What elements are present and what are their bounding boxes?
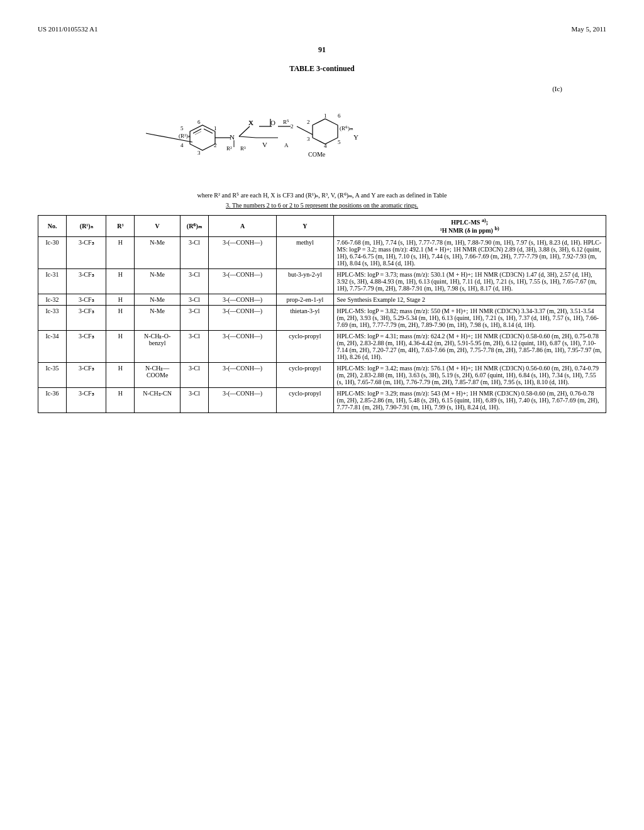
- cell-no: Ic-32: [38, 294, 67, 305]
- svg-text:A: A: [284, 142, 289, 148]
- patent-number: US 2011/0105532 A1: [38, 25, 98, 33]
- svg-text:6: 6: [197, 119, 201, 125]
- cell-a: 3-(—CONH—): [208, 236, 276, 268]
- cell-hplc: HPLC-MS: logP = 4.31; mass (m/z): 624.2 …: [333, 330, 606, 362]
- svg-text:(R⁶)ₘ: (R⁶)ₘ: [340, 125, 353, 131]
- date: May 5, 2011: [571, 25, 606, 33]
- cell-r1: 3-CF₃: [67, 268, 106, 294]
- structure-diagram: (R¹)ₙ 5 4 6 1 2 3 N R² R³ X O: [44, 94, 600, 175]
- svg-text:R²: R²: [226, 145, 232, 152]
- svg-text:4: 4: [324, 143, 327, 149]
- cell-a: 3-(—CONH—): [208, 268, 276, 294]
- cell-hplc: See Synthesis Example 12, Stage 2: [333, 294, 606, 305]
- svg-text:R³: R³: [240, 145, 246, 152]
- svg-text:COMe: COMe: [308, 151, 326, 158]
- table-row: Ic-363-CF₃HN-CH₂-CN3-Cl3-(—CONH—)cyclo-p…: [38, 387, 606, 412]
- col-header-r1: (R¹)ₙ: [67, 216, 106, 237]
- cell-y: cyclo-propyl: [277, 387, 333, 412]
- cell-v: N-Me: [135, 294, 180, 305]
- cell-r3: H: [106, 387, 135, 412]
- cell-y: cyclo-propyl: [277, 362, 333, 387]
- cell-r1: 3-CF₃: [67, 330, 106, 362]
- svg-marker-28: [313, 119, 338, 144]
- cell-r6: 3-Cl: [180, 387, 208, 412]
- cell-r3: H: [106, 362, 135, 387]
- cell-r6: 3-Cl: [180, 305, 208, 330]
- svg-text:1: 1: [324, 113, 327, 119]
- svg-text:6: 6: [338, 113, 341, 119]
- svg-text:2: 2: [291, 123, 294, 130]
- svg-text:2: 2: [214, 142, 217, 148]
- svg-text:V: V: [262, 141, 267, 148]
- col-header-a: A: [208, 216, 276, 237]
- table-row: Ic-343-CF₃HN-CH₂-O-benzyl3-Cl3-(—CONH—)c…: [38, 330, 606, 362]
- cell-hplc: HPLC-MS: logP = 3.73; mass (m/z): 530.1 …: [333, 268, 606, 294]
- page-header: US 2011/0105532 A1 May 5, 2011: [38, 25, 606, 33]
- col-header-r3: R³: [106, 216, 135, 237]
- svg-text:4: 4: [180, 142, 184, 148]
- page-number: 91: [38, 45, 606, 55]
- cell-r1: 3-CF₃: [67, 362, 106, 387]
- cell-a: 3-(—CONH—): [208, 330, 276, 362]
- table-row: Ic-323-CF₃HN-Me3-Cl3-(—CONH—)prop-2-en-1…: [38, 294, 606, 305]
- svg-text:Y: Y: [353, 133, 358, 141]
- cell-y: but-3-yn-2-yl: [277, 268, 333, 294]
- cell-v: N-Me: [135, 268, 180, 294]
- cell-y: cyclo-propyl: [277, 330, 333, 362]
- svg-line-24: [239, 136, 256, 138]
- footnote2: 3. The numbers 2 to 6 or 2 to 5 represen…: [38, 202, 606, 209]
- svg-text:N: N: [230, 133, 235, 141]
- svg-text:2: 2: [307, 119, 310, 125]
- table-row: Ic-313-CF₃HN-Me3-Cl3-(—CONH—)but-3-yn-2-…: [38, 268, 606, 294]
- cell-r1: 3-CF₃: [67, 387, 106, 412]
- svg-line-17: [239, 126, 250, 136]
- svg-text:1: 1: [214, 125, 217, 131]
- data-table: No. (R¹)ₙ R³ V (R⁶)ₘ A Y HPLC-MS a);¹H N…: [38, 215, 606, 413]
- cell-r3: H: [106, 294, 135, 305]
- col-header-v: V: [135, 216, 180, 237]
- cell-a: 3-(—CONH—): [208, 387, 276, 412]
- svg-text:5: 5: [338, 139, 341, 145]
- cell-y: methyl: [277, 236, 333, 268]
- cell-r1: 3-CF₃: [67, 294, 106, 305]
- cell-no: Ic-34: [38, 330, 67, 362]
- cell-v: N-Me: [135, 236, 180, 268]
- svg-line-27: [297, 126, 313, 135]
- table-row: Ic-353-CF₃HN-CH₂—COOMe3-Cl3-(—CONH—)cycl…: [38, 362, 606, 387]
- cell-r3: H: [106, 268, 135, 294]
- cell-r6: 3-Cl: [180, 330, 208, 362]
- svg-text:5: 5: [180, 125, 184, 131]
- cell-r3: H: [106, 236, 135, 268]
- table-row: Ic-333-CF₃HN-Me3-Cl3-(—CONH—)thietan-3-y…: [38, 305, 606, 330]
- cell-v: N-CH₂-O-benzyl: [135, 330, 180, 362]
- cell-r6: 3-Cl: [180, 294, 208, 305]
- cell-v: N-Me: [135, 305, 180, 330]
- cell-hplc: HPLC-MS: logP = 3.29; mass (m/z): 543 (M…: [333, 387, 606, 412]
- cell-no: Ic-31: [38, 268, 67, 294]
- cell-r6: 3-Cl: [180, 268, 208, 294]
- col-header-hplc: HPLC-MS a);¹H NMR (δ in ppm) b): [333, 216, 606, 237]
- cell-y: prop-2-en-1-yl: [277, 294, 333, 305]
- compound-label: (Ic): [552, 85, 562, 92]
- cell-r1: 3-CF₃: [67, 236, 106, 268]
- cell-hplc: HPLC-MS: logP = 3.42; mass (m/z): 576.1 …: [333, 362, 606, 387]
- cell-no: Ic-36: [38, 387, 67, 412]
- cell-hplc: 7.66-7.68 (m, 1H), 7.74 (s, 1H), 7.77-7.…: [333, 236, 606, 268]
- cell-no: Ic-30: [38, 236, 67, 268]
- cell-r6: 3-Cl: [180, 236, 208, 268]
- cell-a: 3-(—CONH—): [208, 305, 276, 330]
- svg-text:3: 3: [197, 150, 201, 156]
- cell-no: Ic-35: [38, 362, 67, 387]
- svg-marker-0: [190, 125, 215, 150]
- cell-v: N-CH₂-CN: [135, 387, 180, 412]
- table-row: Ic-303-CF₃HN-Me3-Cl3-(—CONH—)methyl7.66-…: [38, 236, 606, 268]
- svg-text:O: O: [270, 119, 275, 126]
- cell-r1: 3-CF₃: [67, 305, 106, 330]
- footnote1: where R² and R⁵ are each H, X is CF3 and…: [38, 192, 606, 199]
- table-title: TABLE 3-continued: [38, 64, 606, 74]
- svg-text:R⁵: R⁵: [283, 119, 289, 125]
- svg-text:(R¹)ₙ: (R¹)ₙ: [179, 133, 191, 139]
- col-header-r6: (R⁶)ₘ: [180, 216, 208, 237]
- cell-y: thietan-3-yl: [277, 305, 333, 330]
- cell-v: N-CH₂—COOMe: [135, 362, 180, 387]
